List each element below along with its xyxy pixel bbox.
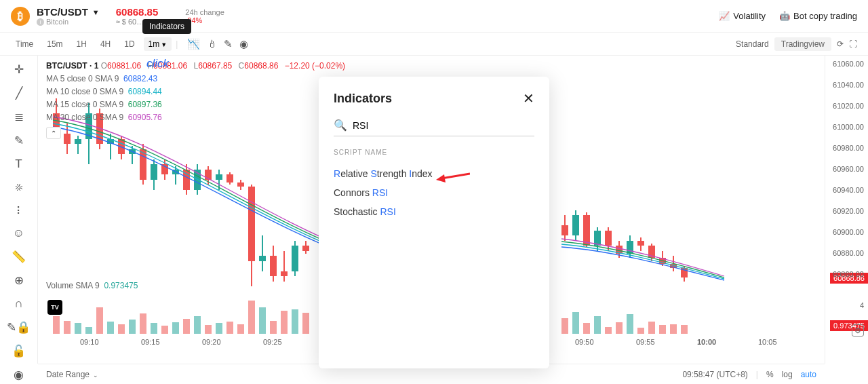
chart-legend: BTC/USDT · 1 O60881.06 H60881.06 L60867.…	[46, 60, 349, 139]
emoji-icon[interactable]: ☺	[13, 227, 24, 240]
interval-15m[interactable]: 15m	[42, 37, 67, 51]
svg-marker-1	[436, 174, 446, 183]
forecast-icon[interactable]: ⫶	[16, 204, 22, 217]
clock: 09:58:47 (UTC+8)	[682, 370, 747, 379]
text-icon[interactable]: T	[15, 157, 22, 171]
tradingview-tab[interactable]: Tradingview	[774, 37, 831, 51]
search-icon: 🔍	[334, 119, 347, 132]
indicators-modal: Indicators ✕ 🔍 SCRIPT NAME Relative Stre…	[319, 77, 549, 368]
lock-drawing-icon[interactable]: ✎🔒	[7, 320, 31, 334]
volatility-icon: 📈	[719, 11, 730, 21]
brush-icon[interactable]: ✎	[14, 134, 24, 148]
percent-togg
    [interactable]: %	[766, 370, 774, 379]
indicator-result[interactable]: Connors RSI	[334, 183, 534, 202]
bot-icon: 🤖	[779, 11, 790, 21]
volatility-link[interactable]: 📈Volatility	[719, 11, 766, 21]
modal-title: Indicators	[334, 92, 392, 106]
section-label: SCRIPT NAME	[334, 149, 534, 156]
fib-icon[interactable]: ≣	[14, 110, 24, 124]
zoom-icon[interactable]: ⊕	[14, 273, 24, 288]
pattern-icon[interactable]: ⨳	[13, 180, 24, 194]
auto-toggle[interactable]: auto	[801, 370, 816, 379]
interval-1d[interactable]: 1D	[119, 37, 139, 51]
y-axis: 60868.86 0.973475 4 ⚙ 61060.0061040.0061…	[825, 56, 868, 364]
header: ₿ BTC/USDT▼ i Bitcoin 60868.85 ≈ $ 60… 2…	[0, 0, 868, 33]
refresh-icon[interactable]: ⟳	[837, 39, 844, 49]
candlestick-icon[interactable]: 🕯	[207, 38, 217, 50]
ruler-icon[interactable]: 📏	[12, 250, 26, 264]
drawing-toolbar: ✛ ╱ ≣ ✎ T ⨳ ⫶ ☺ 📏 ⊕ ∩ ✎🔒 🔓 ◉	[0, 56, 38, 364]
fullscreen-icon[interactable]: ⛶	[849, 39, 857, 49]
indicator-result[interactable]: Relative Strength Index	[334, 164, 534, 183]
crosshair-icon[interactable]: ✛	[14, 62, 24, 77]
red-arrow-annotation	[436, 170, 470, 183]
eye-icon[interactable]: ◉	[14, 368, 24, 382]
chevron-down-icon: ▼	[161, 41, 167, 48]
indicators-tooltip: Indicators	[142, 19, 191, 34]
bot-copy-trading-link[interactable]: 🤖Bot copy trading	[779, 11, 857, 21]
camera-icon[interactable]: ◉	[239, 38, 248, 50]
close-icon[interactable]: ✕	[523, 90, 534, 107]
trendline-icon[interactable]: ╱	[16, 86, 22, 100]
click-annotation: click	[146, 57, 169, 71]
interval-active[interactable]: 1m▼	[144, 37, 172, 51]
log-toggle[interactable]: log	[782, 370, 793, 379]
magnet-icon[interactable]: ∩	[14, 297, 22, 311]
interval-1h[interactable]: 1H	[72, 37, 92, 51]
standard-tab[interactable]: Standard	[736, 39, 769, 49]
indicator-result[interactable]: Stochastic RSI	[334, 202, 534, 221]
lock-icon[interactable]: 🔓	[12, 344, 26, 358]
chart-toolbar: Time 15m 1H 4H 1D 1m▼ | 📉 🕯 ✎ ◉ Standard…	[0, 33, 868, 56]
collapse-legend[interactable]: ⌃	[46, 127, 61, 139]
date-range-selector[interactable]: Date Range ⌄	[46, 370, 98, 379]
svg-line-0	[441, 174, 470, 178]
pencil-icon[interactable]: ✎	[224, 38, 233, 50]
time-label[interactable]: Time	[11, 37, 38, 51]
chevron-down-icon: ▼	[92, 8, 100, 16]
pair-selector[interactable]: BTC/USDT▼	[37, 6, 100, 18]
info-icon: i	[37, 18, 44, 26]
btc-icon: ₿	[11, 7, 30, 26]
axis-settings-icon[interactable]: ⚙	[852, 324, 864, 337]
indicators-icon[interactable]: 📉	[187, 38, 200, 50]
last-price: 60868.85	[116, 6, 159, 18]
interval-4h[interactable]: 4H	[96, 37, 115, 51]
search-input[interactable]	[353, 120, 534, 131]
